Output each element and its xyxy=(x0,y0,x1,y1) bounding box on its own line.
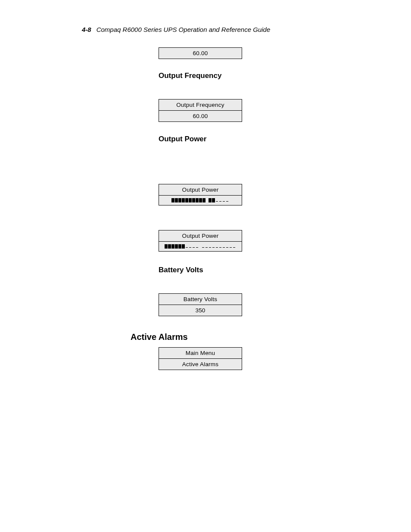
bar-segment-2 xyxy=(202,244,236,249)
display-box-battery-volts: Battery Volts 350 xyxy=(159,293,242,316)
bar-segment-1 xyxy=(165,244,199,249)
display-label: Output Power xyxy=(159,230,242,241)
power-bar-graph-1 xyxy=(159,195,242,205)
power-bar-graph-2 xyxy=(159,241,242,251)
bar-segment-2 xyxy=(209,198,229,202)
subheading-output-frequency: Output Frequency xyxy=(159,72,372,80)
subheading-output-power: Output Power xyxy=(159,135,372,143)
heading-active-alarms: Active Alarms xyxy=(131,332,372,342)
display-box-output-frequency: Output Frequency 60.00 xyxy=(159,99,242,122)
display-value: Active Alarms xyxy=(159,358,242,370)
display-label: Main Menu xyxy=(159,348,242,358)
display-box-input-freq-value: 60.00 xyxy=(159,47,242,59)
display-label: Battery Volts xyxy=(159,294,242,305)
bar-segment-1 xyxy=(171,198,206,202)
page-number: 4-8 xyxy=(82,26,91,33)
display-label: Output Frequency xyxy=(159,100,242,110)
display-value: 350 xyxy=(159,305,242,316)
display-value: 60.00 xyxy=(159,110,242,121)
display-box-output-power-1: Output Power xyxy=(159,184,242,205)
display-value: 60.00 xyxy=(159,48,242,59)
subheading-battery-volts: Battery Volts xyxy=(159,266,372,274)
display-label: Output Power xyxy=(159,184,242,195)
page-header: 4-8Compaq R6000 Series UPS Operation and… xyxy=(82,26,270,33)
display-box-output-power-2: Output Power xyxy=(159,230,242,252)
header-title: Compaq R6000 Series UPS Operation and Re… xyxy=(97,26,271,33)
display-box-active-alarms: Main Menu Active Alarms xyxy=(159,347,242,370)
